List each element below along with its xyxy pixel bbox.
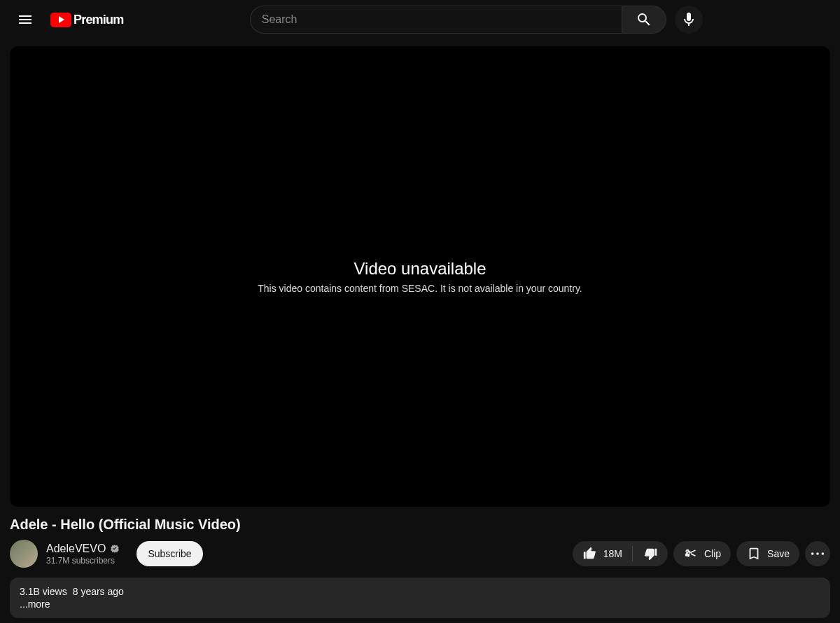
save-button[interactable]: Save [736,541,799,566]
dislike-button[interactable] [633,546,668,561]
scissors-icon [683,546,699,561]
watch-content: Video unavailable This video contains co… [0,39,840,618]
view-count: 3.1B views [20,586,67,597]
logo-text: Premium [74,13,123,27]
description-box[interactable]: 3.1B views 8 years ago ...more [10,578,830,618]
search-icon [636,11,652,28]
subscriber-count: 31.7M subscribers [46,556,120,566]
search-input[interactable] [250,6,622,34]
action-buttons: 18M Clip Save [573,541,830,566]
video-title: Adele - Hello (Official Music Video) [10,517,830,533]
play-logo-icon [50,13,71,27]
description-meta: 3.1B views 8 years ago [20,586,820,597]
thumbs-down-icon [643,546,658,561]
show-more[interactable]: ...more [20,598,820,610]
player-error-title: Video unavailable [354,259,486,279]
clip-label: Clip [704,548,721,559]
youtube-logo[interactable]: Premium [50,13,123,27]
bookmark-icon [746,546,762,561]
search-bar [250,6,666,34]
save-label: Save [767,548,790,559]
verified-icon [110,544,120,554]
like-count: 18M [603,548,622,559]
masthead: Premium [0,0,840,39]
player-error-message: This video contains content from SESAC. … [258,283,582,294]
channel-name[interactable]: AdeleVEVO [46,542,106,555]
like-dislike-group: 18M [573,541,668,566]
menu-button[interactable] [11,6,39,34]
video-player[interactable]: Video unavailable This video contains co… [10,46,830,507]
search-area [123,6,829,34]
upload-date: 8 years ago [73,586,124,597]
more-actions-button[interactable] [805,541,830,566]
channel-info: AdeleVEVO 31.7M subscribers [46,542,120,566]
channel-avatar[interactable] [10,540,38,568]
like-button[interactable]: 18M [573,546,633,561]
ellipsis-icon [810,546,825,561]
voice-search-button[interactable] [675,6,703,34]
video-meta-row: AdeleVEVO 31.7M subscribers Subscribe 18… [10,540,830,568]
clip-button[interactable]: Clip [673,541,731,566]
hamburger-icon [17,11,34,28]
search-button[interactable] [622,6,666,34]
thumbs-up-icon [582,546,598,561]
subscribe-button[interactable]: Subscribe [136,541,202,566]
microphone-icon [680,11,697,28]
